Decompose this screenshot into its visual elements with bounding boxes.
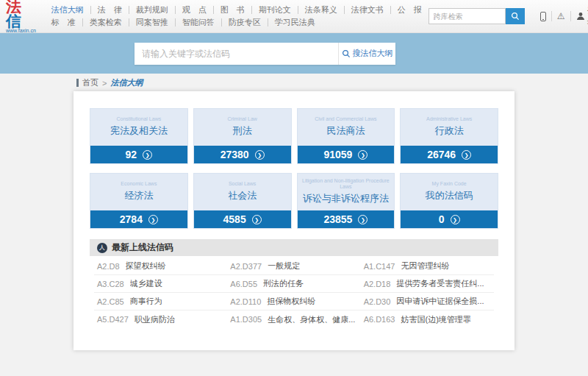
nav-item-smart-qa[interactable]: 智能问答 [175,18,221,26]
code-id: A5.D427 [97,315,129,324]
nav-item-civil-code-study[interactable]: 学习民法典 [268,18,322,26]
card-my-faxin-code[interactable]: My Faxin Code 我的法信码 0 ❯ [400,173,498,229]
arrow-circle-icon: ❯ [148,215,158,224]
header-icons: ⚠ 登录 注册 [535,11,588,21]
nav-item-gazette[interactable]: 公 报 [390,6,429,14]
arrow-circle-icon: ❯ [143,150,152,160]
arrow-circle-icon: ❯ [358,150,368,160]
logo-char-xin: 信 [6,13,22,29]
card-title: 行政法 [435,124,464,138]
card-count: 92 [126,149,137,160]
search-icon [511,12,520,21]
card-count: 26746 [427,149,456,160]
header-right: ⚠ 登录 注册 [429,8,588,24]
code-id: A2.C85 [97,297,124,306]
code-title: 无因管理纠纷 [401,260,449,272]
nav-item-same-case-push[interactable]: 同案智推 [129,18,175,26]
code-list-item[interactable]: A2.D8探望权纠纷 [94,258,227,275]
card-title: 社会法 [228,189,257,202]
code-list-item[interactable]: A5.D427职业病防治 [94,311,227,328]
nav-item-article-interpretation[interactable]: 法条释义 [298,6,344,14]
code-title: 职业病防治 [135,314,175,325]
code-list-item[interactable]: A1.D305生命权、身体权、健康... [227,311,360,328]
code-list-item[interactable]: A2.D18提供劳务者受害责任纠... [361,275,494,293]
main-search-button[interactable]: 搜法信大纲 [338,43,395,65]
code-list-item[interactable]: A3.C28城乡建设 [94,275,227,293]
card-administrative-laws[interactable]: Administrative Laws 行政法 26746 ❯ [400,108,498,164]
banner-search: 搜法信大纲 [135,43,395,65]
search-banner: 搜法信大纲 [0,33,588,74]
card-criminal-law[interactable]: Criminal Law 刑法 27380 ❯ [193,108,292,164]
nav-item-standards[interactable]: 标 准 [45,18,82,26]
nav-item-books[interactable]: 图 书 [213,6,251,14]
code-list-item[interactable]: A2.D110担保物权纠纷 [227,293,360,311]
card-footer[interactable]: 0 ❯ [401,210,498,228]
code-list-item[interactable]: A6.D163妨害国(边)境管理罪 [361,311,494,328]
card-constitutional-laws[interactable]: Constitutional Laws 宪法及相关法 92 ❯ [90,108,188,164]
nav-item-legal-documents[interactable]: 法律文书 [344,6,390,14]
card-en-label: Social Laws [229,181,256,187]
code-list-item[interactable]: A2.C85商事行为 [94,293,227,311]
card-en-label: Administrative Laws [426,116,472,122]
code-list-item[interactable]: A2.D30因申请诉中证据保全损... [361,293,494,311]
code-title: 妨害国(边)境管理罪 [401,314,470,325]
card-footer[interactable]: 27380 ❯ [194,146,291,163]
breadcrumb-separator: > [102,79,107,88]
nav-item-judgment-rules[interactable]: 裁判规则 [129,6,175,14]
logo-url: www.faxin.cn [6,28,36,33]
search-icon [342,49,351,58]
main-search-input[interactable] [135,43,338,65]
code-id: A2.D110 [230,297,261,306]
user-icon [576,12,585,21]
card-social-laws[interactable]: Social Laws 社会法 4585 ❯ [193,173,292,229]
card-economic-laws[interactable]: Economic Laws 经济法 2784 ❯ [90,173,188,229]
code-id: A2.D377 [230,262,262,271]
nav-item-viewpoints[interactable]: 观 点 [175,6,213,14]
nav-item-faxin-outline[interactable]: 法信大纲 [45,6,90,14]
arrow-circle-icon: ❯ [252,215,262,224]
latest-codes-list: A2.D8探望权纠纷 A2.D377一般规定 A1.C147无因管理纠纷 A3.… [90,256,498,328]
breadcrumb-bar [76,79,79,87]
code-title: 担保物权纠纷 [267,296,315,307]
card-footer[interactable]: 92 ❯ [90,146,187,163]
code-id: A1.C147 [364,262,395,271]
quick-search-input[interactable] [429,8,506,24]
notice-button[interactable]: ⚠ [551,11,570,21]
main-search-button-label: 搜法信大纲 [353,48,393,59]
card-count: 4585 [223,213,246,225]
card-footer[interactable]: 23855 ❯ [298,210,395,228]
card-footer[interactable]: 2784 ❯ [90,210,187,228]
code-list-item[interactable]: A6.D55刑法的任务 [227,275,360,293]
code-id: A2.D8 [97,262,120,271]
card-title: 民法商法 [326,124,365,138]
mobile-app-button[interactable] [535,11,551,21]
card-count: 91059 [323,149,352,160]
card-footer[interactable]: 91059 ❯ [298,146,395,163]
card-footer[interactable]: 4585 ❯ [194,210,291,228]
nav-item-journals[interactable]: 期刊论文 [251,6,298,14]
quick-search-button[interactable] [506,8,525,24]
nav-item-law[interactable]: 法 律 [90,6,129,14]
code-id: A6.D55 [230,280,257,288]
faxin-code-icon: 人 [97,243,107,253]
breadcrumb-home-link[interactable]: 首页 [82,77,98,88]
card-count: 0 [439,213,445,225]
code-id: A2.D18 [364,280,391,288]
code-title: 刑法的任务 [263,278,304,289]
code-list-item[interactable]: A2.D377一般规定 [227,258,360,275]
card-footer[interactable]: 26746 ❯ [401,146,498,163]
nav-item-similar-case-search[interactable]: 类案检索 [82,18,129,26]
card-civil-commercial-laws[interactable]: Civil and Commercial Laws 民法商法 91059 ❯ [297,108,395,164]
login-button[interactable]: 登录 [570,11,588,21]
latest-codes-header: 人 最新上线法信码 [90,239,498,256]
code-title: 因申请诉中证据保全损... [396,296,484,307]
code-list-item[interactable]: A1.C147无因管理纠纷 [361,258,494,275]
card-count: 23855 [323,213,352,225]
faxin-logo[interactable]: 法信 www.faxin.cn [6,0,36,33]
card-procedure-laws[interactable]: Litigation and Non-litigation Procedure … [297,173,395,229]
card-title: 刑法 [233,124,252,138]
arrow-circle-icon: ❯ [255,150,265,160]
code-title: 商事行为 [130,296,162,307]
card-en-label: Litigation and Non-litigation Procedure … [300,178,392,190]
nav-item-epidemic-zone[interactable]: 防疫专区 [221,18,268,26]
